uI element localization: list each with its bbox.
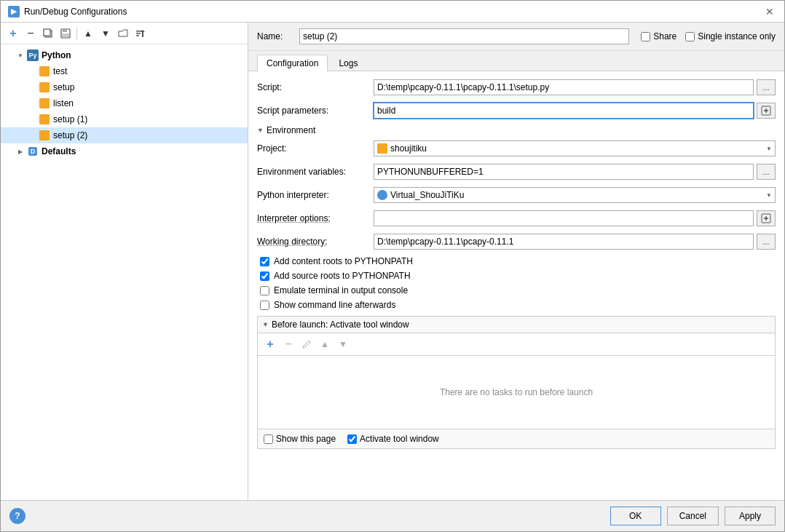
script-icon-setup1	[39, 114, 50, 125]
env-vars-browse-button[interactable]: ...	[757, 164, 776, 180]
save-config-button[interactable]	[58, 25, 74, 41]
before-launch-title: Before launch: Activate tool window	[272, 319, 409, 330]
tree-python-group[interactable]: Py Python	[1, 47, 248, 63]
tree-item-setup[interactable]: setup	[1, 79, 248, 95]
tab-logs[interactable]: Logs	[329, 55, 367, 71]
copy-config-button[interactable]	[40, 25, 56, 41]
env-vars-label: Environment variables:	[257, 167, 374, 177]
move-down-button[interactable]: ▼	[98, 25, 114, 41]
script-browse-button[interactable]: ...	[757, 79, 776, 95]
remove-config-button[interactable]: −	[23, 25, 39, 41]
tree-item-listen[interactable]: listen	[1, 95, 248, 111]
environment-section-header[interactable]: ▼ Environment	[257, 125, 776, 135]
emulate-terminal-checkbox[interactable]	[260, 286, 269, 295]
project-value: shoujitiku	[390, 143, 427, 154]
move-to-folder-button[interactable]	[115, 25, 131, 41]
working-dir-browse-button[interactable]: ...	[757, 234, 776, 250]
activate-tool-window-checkbox[interactable]	[347, 434, 357, 444]
script-icon-listen	[39, 98, 50, 109]
before-launch-edit-button[interactable]	[299, 336, 315, 352]
help-button[interactable]: ?	[9, 508, 25, 524]
tab-configuration[interactable]: Configuration	[257, 55, 328, 71]
working-dir-input[interactable]	[374, 234, 754, 250]
dialog-title: Run/Debug Configurations	[24, 7, 127, 17]
interpreter-dropdown[interactable]: Virtual_ShouJiTiKu ▼	[374, 187, 776, 203]
add-content-roots-checkbox[interactable]	[260, 257, 269, 266]
add-config-button[interactable]: +	[5, 25, 21, 41]
bottom-right: OK Cancel Apply	[610, 507, 776, 525]
tree-defaults-group[interactable]: D Defaults	[1, 143, 248, 159]
before-launch-footer: Show this page Activate tool window	[258, 429, 775, 448]
interpreter-dropdown-arrow: ▼	[766, 192, 772, 199]
toolbar-separator-1	[76, 28, 77, 39]
project-row: Project: shoujitiku ▼	[257, 140, 776, 157]
environment-section-title: Environment	[267, 125, 315, 135]
show-page-checkbox-wrap[interactable]: Show this page	[264, 434, 336, 444]
tree-item-setup2[interactable]: setup (2)	[1, 127, 248, 143]
title-bar: ▶ Run/Debug Configurations ✕	[1, 1, 784, 23]
script-input[interactable]	[374, 79, 754, 95]
before-launch-down-button[interactable]: ▼	[335, 336, 351, 352]
show-page-label: Show this page	[276, 434, 336, 444]
add-source-roots-checkbox[interactable]	[260, 271, 269, 281]
before-launch-up-button[interactable]: ▲	[317, 336, 333, 352]
tree-item-setup1[interactable]: setup (1)	[1, 111, 248, 127]
show-commandline-checkbox[interactable]	[260, 301, 269, 310]
project-label: Project:	[257, 143, 374, 154]
sort-button[interactable]	[133, 25, 149, 41]
defaults-expand-arrow[interactable]	[15, 146, 25, 156]
defaults-icon: D	[27, 146, 39, 157]
share-checkbox[interactable]	[641, 32, 650, 41]
close-button[interactable]: ✕	[762, 4, 777, 19]
interpreter-opts-input[interactable]	[374, 210, 754, 226]
working-dir-label: Working directory:	[257, 237, 374, 247]
defaults-label: Defaults	[42, 146, 76, 156]
before-launch-add-button[interactable]: +	[262, 336, 278, 352]
emulate-terminal-label: Emulate terminal in output console	[274, 285, 408, 295]
interpreter-opts-browse-button[interactable]	[757, 210, 776, 226]
name-label: Name:	[257, 31, 293, 41]
config-toolbar: + −	[1, 23, 248, 44]
name-input[interactable]	[299, 28, 629, 44]
before-launch-arrow: ▼	[262, 321, 269, 328]
tree-label-setup: setup	[53, 82, 74, 92]
activate-tool-window-checkbox-wrap[interactable]: Activate tool window	[347, 434, 439, 444]
single-instance-checkbox-wrap[interactable]: Single instance only	[685, 31, 776, 41]
app-icon: ▶	[8, 6, 20, 17]
run-debug-dialog: ▶ Run/Debug Configurations ✕ + −	[0, 0, 785, 532]
tree-item-test[interactable]: test	[1, 63, 248, 79]
bottom-left: ?	[9, 508, 25, 524]
activate-tool-window-label: Activate tool window	[360, 434, 439, 444]
project-dropdown[interactable]: shoujitiku ▼	[374, 140, 776, 156]
script-control: ...	[374, 79, 776, 95]
interpreter-value: Virtual_ShouJiTiKu	[390, 190, 464, 200]
move-up-button[interactable]: ▲	[80, 25, 96, 41]
show-commandline-label: Show command line afterwards	[274, 300, 395, 310]
script-row: Script: ...	[257, 79, 776, 96]
tree-label-setup1: setup (1)	[53, 114, 87, 124]
add-content-roots-row: Add content roots to PYTHONPATH	[257, 256, 776, 266]
tree-label-listen: listen	[53, 98, 74, 108]
apply-button[interactable]: Apply	[725, 507, 776, 525]
script-params-browse-button[interactable]	[757, 103, 776, 119]
show-commandline-row: Show command line afterwards	[257, 300, 776, 310]
project-icon	[377, 143, 387, 154]
svg-rect-4	[62, 33, 69, 37]
before-launch-remove-button[interactable]: −	[280, 336, 296, 352]
python-expand-arrow[interactable]	[15, 50, 25, 60]
bottom-bar: ? OK Cancel Apply	[1, 500, 784, 531]
env-vars-input[interactable]	[374, 164, 754, 180]
project-dropdown-arrow: ▼	[766, 146, 772, 152]
single-instance-checkbox[interactable]	[685, 32, 695, 41]
interpreter-label: Python interpreter:	[257, 190, 374, 200]
cancel-button[interactable]: Cancel	[667, 507, 719, 525]
interpreter-opts-label: Interpreter options:	[257, 213, 374, 223]
ok-button[interactable]: OK	[610, 507, 661, 525]
script-params-input[interactable]	[374, 103, 754, 119]
before-launch-header[interactable]: ▼ Before launch: Activate tool window	[258, 317, 775, 333]
share-checkbox-wrap[interactable]: Share	[641, 31, 676, 41]
show-page-checkbox[interactable]	[264, 434, 273, 444]
project-control: shoujitiku ▼	[374, 140, 776, 156]
script-params-control	[374, 103, 776, 119]
env-vars-control: ...	[374, 164, 776, 180]
